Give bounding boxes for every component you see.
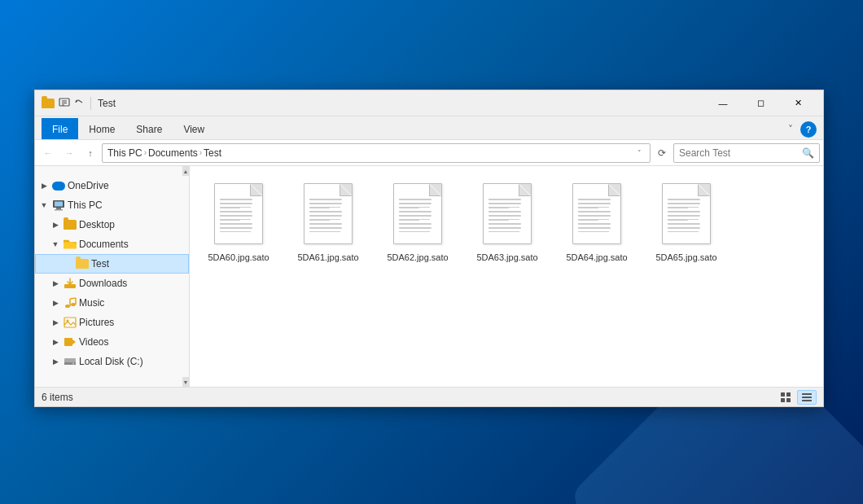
sidebar-item-onedrive[interactable]: ▶ OneDrive xyxy=(35,176,189,195)
pictures-icon xyxy=(64,316,77,329)
svg-marker-18 xyxy=(72,340,76,344)
file-icon-1 xyxy=(300,179,357,248)
address-path[interactable]: This PC › Documents › Test ˅ xyxy=(102,143,651,163)
file-name-0: 5DA60.jpg.sato xyxy=(208,252,269,263)
qat-properties-button[interactable] xyxy=(58,97,71,110)
address-bar: ← → ↑ This PC › Documents › Test ˅ ⟳ 🔍 xyxy=(35,140,823,166)
expander-videos[interactable]: ▶ xyxy=(50,336,61,348)
sidebar-item-pictures[interactable]: ▶ Pictures xyxy=(35,313,189,332)
svg-rect-27 xyxy=(802,397,812,398)
up-button[interactable]: ↑ xyxy=(81,143,100,163)
file-explorer-window: Test — ◻ ✕ File Home Share View ˅ ? ← → … xyxy=(34,90,824,407)
svg-rect-15 xyxy=(64,318,76,327)
minimize-button[interactable]: — xyxy=(704,90,742,116)
music-icon xyxy=(64,296,77,309)
svg-point-10 xyxy=(65,305,70,308)
sidebar-label-pictures: Pictures xyxy=(79,317,114,328)
file-icon-2 xyxy=(389,179,446,248)
doc-icon-2 xyxy=(393,183,442,244)
maximize-button[interactable]: ◻ xyxy=(742,90,779,116)
sidebar-item-localdisk[interactable]: ▶ Local Disk (C:) xyxy=(35,352,189,371)
sidebar-label-documents: Documents xyxy=(79,239,129,250)
expander-localdisk[interactable]: ▶ xyxy=(50,356,61,367)
expander-thispc[interactable]: ▼ xyxy=(38,199,50,211)
ribbon: File Home Share View ˅ ? xyxy=(35,116,823,140)
pc-icon xyxy=(52,199,65,212)
sidebar-item-documents[interactable]: ▼ Documents xyxy=(35,234,189,254)
desktop-folder-icon xyxy=(64,218,77,231)
svg-rect-26 xyxy=(802,393,812,395)
doc-icon-4 xyxy=(572,183,621,244)
file-item-5[interactable]: 5DA65.jpg.sato xyxy=(646,174,727,268)
view-details-button[interactable] xyxy=(797,390,817,405)
svg-point-21 xyxy=(72,363,74,365)
tab-file[interactable]: File xyxy=(42,118,78,139)
window-folder-icon xyxy=(42,97,55,110)
sidebar-scroll-down[interactable]: ▼ xyxy=(182,377,189,387)
tab-view[interactable]: View xyxy=(173,118,215,139)
sidebar-label-thispc: This PC xyxy=(68,199,103,211)
title-divider xyxy=(90,97,91,110)
sidebar-item-test[interactable]: ▶ Test xyxy=(35,254,189,274)
path-dropdown-button[interactable]: ˅ xyxy=(633,147,645,159)
svg-rect-17 xyxy=(64,338,72,346)
sidebar-label-onedrive: OneDrive xyxy=(68,180,109,191)
expander-onedrive[interactable]: ▶ xyxy=(38,180,50,191)
search-icon[interactable]: 🔍 xyxy=(801,147,814,160)
doc-icon-0 xyxy=(214,183,263,244)
localdisk-icon xyxy=(64,355,77,368)
downloads-icon xyxy=(64,277,77,290)
path-segment-thispc: This PC › xyxy=(107,147,148,159)
expander-music[interactable]: ▶ xyxy=(50,297,61,309)
sidebar-item-videos[interactable]: ▶ Videos xyxy=(35,332,189,352)
path-thispc-label: This PC xyxy=(107,147,142,159)
svg-point-11 xyxy=(71,303,76,306)
path-sep-1: › xyxy=(144,148,147,157)
file-item-3[interactable]: 5DA63.jpg.sato xyxy=(467,174,548,268)
svg-line-14 xyxy=(70,298,76,299)
file-name-2: 5DA62.jpg.sato xyxy=(387,252,448,263)
sidebar-item-thispc[interactable]: ▼ This PC xyxy=(35,195,189,215)
sidebar-label-videos: Videos xyxy=(79,336,108,348)
expander-documents[interactable]: ▼ xyxy=(50,239,61,250)
sidebar-scroll-up[interactable]: ▲ xyxy=(182,166,189,176)
ribbon-expand-button[interactable]: ˅ xyxy=(781,120,800,139)
file-name-4: 5DA64.jpg.sato xyxy=(566,252,627,263)
videos-icon xyxy=(64,335,77,348)
file-item-2[interactable]: 5DA62.jpg.sato xyxy=(377,174,458,268)
expander-pictures[interactable]: ▶ xyxy=(50,317,61,328)
file-item-1[interactable]: 5DA61.jpg.sato xyxy=(287,174,369,268)
path-documents-label: Documents xyxy=(148,147,198,159)
view-medium-icons-button[interactable] xyxy=(776,390,795,405)
main-content: ▲ ▶ OneDrive ▼ xyxy=(35,166,823,387)
ribbon-expand-area: ˅ ? xyxy=(781,120,817,139)
path-segment-documents: Documents › xyxy=(148,147,204,159)
path-sep-2: › xyxy=(199,148,202,157)
file-name-3: 5DA63.jpg.sato xyxy=(476,252,537,263)
search-box: 🔍 xyxy=(673,143,820,163)
svg-rect-24 xyxy=(781,398,785,402)
expander-desktop[interactable]: ▶ xyxy=(50,219,61,230)
sidebar-item-downloads[interactable]: ▶ Downloads xyxy=(35,274,189,293)
close-button[interactable]: ✕ xyxy=(779,90,817,116)
tab-home[interactable]: Home xyxy=(78,118,125,139)
status-item-count: 6 items xyxy=(42,392,776,403)
file-icon-0 xyxy=(210,179,267,248)
search-input[interactable] xyxy=(679,147,801,159)
qat-undo-button[interactable] xyxy=(72,97,85,110)
file-icon-3 xyxy=(479,179,536,248)
expander-downloads[interactable]: ▶ xyxy=(50,278,61,289)
sidebar-item-music[interactable]: ▶ Music xyxy=(35,293,189,313)
forward-button[interactable]: → xyxy=(59,143,79,163)
file-item-4[interactable]: 5DA64.jpg.sato xyxy=(556,174,637,268)
help-button[interactable]: ? xyxy=(800,121,817,138)
window-title: Test xyxy=(94,98,704,109)
sidebar-item-desktop[interactable]: ▶ Desktop xyxy=(35,215,189,234)
window-controls: — ◻ ✕ xyxy=(704,90,817,116)
svg-rect-23 xyxy=(786,392,791,397)
back-button[interactable]: ← xyxy=(38,143,58,163)
tab-share[interactable]: Share xyxy=(125,118,173,139)
refresh-button[interactable]: ⟳ xyxy=(652,143,672,163)
file-item[interactable]: 5DA60.jpg.sato xyxy=(198,174,279,268)
doc-icon-5 xyxy=(662,183,711,244)
